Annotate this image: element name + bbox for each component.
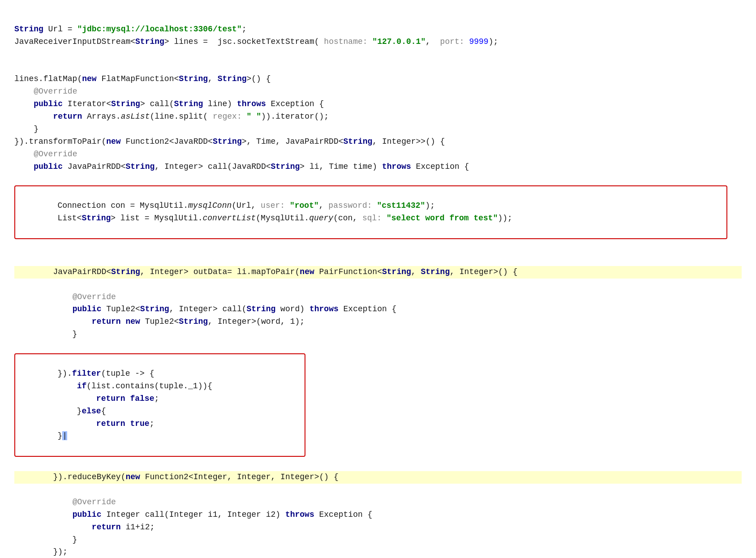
line-2: JavaReceiverInputDStream<String> lines =…: [14, 37, 498, 46]
line-1: String Url = "jdbc:mysql://localhost:330…: [14, 25, 247, 34]
code-viewer: String Url = "jdbc:mysql://localhost:330…: [14, 11, 742, 558]
line-31: });: [14, 547, 68, 556]
red-box-mysql: Connection con = MysqlUtil.mysqlConn(Url…: [14, 185, 727, 239]
code-end: }).reduceByKey(new Function2<Integer, In…: [14, 459, 742, 558]
line-25: }|: [19, 431, 67, 440]
line-27: @Override: [14, 498, 116, 506]
line-12: Connection con = MysqlUtil.mysqlConn(Url…: [19, 201, 435, 210]
line-10: @Override: [14, 150, 77, 159]
line-7: return Arrays.asList(line.split( regex: …: [14, 112, 329, 121]
line-23: }else{: [19, 407, 106, 416]
line-4: lines.flatMap(new FlatMapFunction<String…: [14, 74, 271, 83]
line-6: public Iterator<String> call(String line…: [14, 99, 324, 108]
line-17: public Tuple2<String, Integer> call(Stri…: [14, 305, 396, 313]
line-30: }: [14, 535, 77, 544]
line-15: JavaPairRDD<String, Integer> outData= li…: [14, 266, 742, 279]
line-8: }: [14, 124, 39, 133]
line-20: }).filter(tuple -> {: [19, 369, 154, 378]
red-box-filter: }).filter(tuple -> { if(list.contains(tu…: [14, 353, 305, 457]
line-18: return new Tuple2<String, Integer>(word,…: [14, 317, 305, 326]
line-21: if(list.contains(tuple._1)){: [19, 382, 212, 391]
code-content: String Url = "jdbc:mysql://localhost:330…: [14, 11, 742, 185]
line-9: }).transformToPair(new Function2<JavaRDD…: [14, 137, 445, 146]
code-middle: JavaPairRDD<String, Integer> outData= li…: [14, 241, 742, 353]
line-19: }: [14, 330, 77, 339]
line-13: List<String> list = MysqlUtil.convertLis…: [19, 214, 512, 223]
line-16: @Override: [14, 292, 116, 301]
line-24: return true;: [19, 419, 154, 428]
line-29: return i1+i2;: [14, 523, 155, 532]
mysql-lines: Connection con = MysqlUtil.mysqlConn(Url…: [19, 187, 723, 237]
line-28: public Integer call(Integer i1, Integer …: [14, 510, 372, 519]
line-22: return false;: [19, 394, 159, 403]
line-5: @Override: [14, 87, 77, 96]
filter-lines: }).filter(tuple -> { if(list.contains(tu…: [19, 355, 301, 455]
line-26: }).reduceByKey(new Function2<Integer, In…: [14, 471, 742, 484]
line-11: public JavaPairRDD<String, Integer> call…: [14, 162, 469, 171]
